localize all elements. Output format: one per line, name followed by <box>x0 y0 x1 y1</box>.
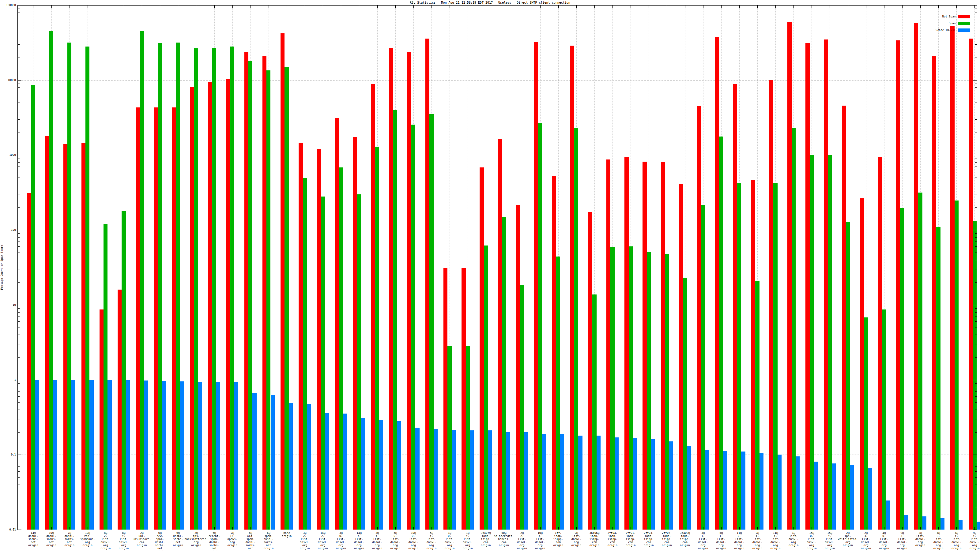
x-tick <box>830 5 830 8</box>
y-tick-minor <box>18 185 20 185</box>
score-0-1-bar <box>904 515 908 530</box>
y-tick-minor <box>975 13 977 13</box>
x-tick <box>468 5 468 8</box>
not-spam-bar <box>751 180 755 530</box>
x-tick <box>431 527 432 530</box>
not-spam-bar <box>407 52 411 530</box>
score-0-1-bar <box>252 393 256 530</box>
x-tick <box>269 5 269 8</box>
not-spam-bar <box>100 310 103 530</box>
score-0-1-bar <box>89 380 94 530</box>
x-tick <box>811 527 812 530</box>
not-spam-bar <box>570 46 574 530</box>
not-spam-bar <box>190 87 194 530</box>
y-tick-minor <box>975 246 977 247</box>
y-tick-minor <box>975 419 977 419</box>
y-tick-minor <box>18 327 20 328</box>
spam-bar <box>737 183 741 530</box>
x-tick <box>160 527 160 530</box>
legend-label-score: Score (0..1) <box>935 29 956 32</box>
x-tick <box>540 5 541 8</box>
not-spam-bar <box>208 83 212 530</box>
x-tick <box>395 527 396 530</box>
spam-bar <box>701 205 705 530</box>
score-0-1-bar <box>940 518 945 530</box>
x-tick <box>232 527 233 530</box>
y-tick-minor <box>18 316 20 317</box>
x-tick <box>956 527 957 530</box>
y-tick-minor <box>975 344 977 345</box>
spam-bar <box>629 246 633 530</box>
x-tick <box>377 527 378 530</box>
spam-bar <box>140 31 144 530</box>
x-tick <box>124 5 124 8</box>
not-spam-bar <box>480 167 484 530</box>
score-0-1-bar <box>542 434 546 530</box>
x-tick <box>630 5 631 8</box>
x-tick <box>685 5 686 8</box>
spam-bar <box>556 257 560 530</box>
score-0-1-bar <box>180 381 184 530</box>
score-0-1-bar <box>506 432 510 530</box>
y-tick-minor <box>975 178 977 178</box>
spam-bar <box>86 46 89 530</box>
spam-bar <box>810 155 814 530</box>
x-tick-label: 9@ Y. list. dnswl. org origin <box>951 531 980 550</box>
x-tick <box>106 527 106 530</box>
x-tick <box>757 527 758 530</box>
x-tick <box>124 527 124 530</box>
y-tick-minor <box>18 321 20 322</box>
score-0-1-bar <box>234 382 238 530</box>
spam-bar <box>773 183 777 530</box>
x-tick <box>956 5 957 8</box>
y-tick-minor <box>18 462 20 462</box>
y-tick-minor <box>18 17 20 17</box>
x-tick <box>667 527 667 530</box>
score-0-1-bar <box>633 438 637 530</box>
legend-label-not-spam: Not Spam <box>942 15 956 18</box>
y-tick-label: 100 <box>0 229 16 232</box>
spam-bar <box>900 208 904 530</box>
y-tick-major <box>973 305 977 305</box>
score-0-1-bar <box>814 462 818 530</box>
not-spam-bar <box>118 290 122 530</box>
y-tick-major <box>18 454 21 455</box>
y-tick-minor <box>975 44 977 45</box>
y-tick-minor <box>18 335 20 335</box>
score-0-1-bar <box>343 414 347 530</box>
y-tick-minor <box>975 282 977 283</box>
y-tick-minor <box>975 28 977 28</box>
x-tick <box>739 527 740 530</box>
y-tick-minor <box>975 233 977 233</box>
y-tick-minor <box>975 410 977 410</box>
not-spam-bar <box>932 56 936 530</box>
score-0-1-bar <box>379 420 383 530</box>
y-tick-minor <box>975 335 977 335</box>
x-tick <box>649 527 649 530</box>
score-0-1-bar <box>397 421 401 530</box>
score-0-1-bar <box>832 464 836 530</box>
y-tick-major <box>973 380 977 380</box>
y-tick-minor <box>18 87 20 87</box>
x-tick <box>88 5 88 8</box>
score-0-1-bar <box>126 380 130 530</box>
not-spam-bar <box>769 80 773 530</box>
not-spam-bar <box>444 268 447 530</box>
y-tick-major <box>973 155 977 155</box>
score-0-1-bar <box>108 380 111 530</box>
y-tick-minor <box>975 321 977 322</box>
not-spam-bar <box>788 22 791 530</box>
spam-bar <box>285 67 288 530</box>
y-tick-minor <box>18 472 20 472</box>
not-spam-bar <box>969 38 973 530</box>
not-spam-bar <box>950 26 954 530</box>
spam-bar <box>339 167 343 530</box>
legend-item-not-spam: Not Spam <box>873 15 977 18</box>
not-spam-bar <box>588 212 592 530</box>
y-tick-minor <box>18 237 20 238</box>
y-tick-minor <box>18 252 20 253</box>
not-spam-bar <box>353 137 357 530</box>
spam-bar <box>411 125 415 530</box>
rbl-statistics-chart: RBL Statistics - Mon Aug 21 12:58:19 EDT… <box>0 0 980 551</box>
not-spam-bar <box>262 56 266 530</box>
